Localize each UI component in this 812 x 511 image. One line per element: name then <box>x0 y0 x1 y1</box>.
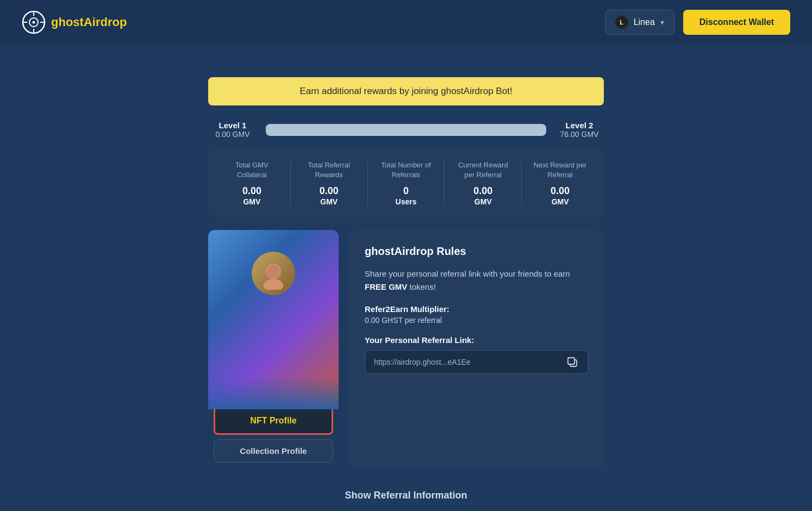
rules-desc-part2: tokens! <box>407 282 436 291</box>
level1-value: 0.00 GMV <box>208 130 257 139</box>
progress-bar-container <box>266 124 546 136</box>
level-progress: Level 1 0.00 GMV Level 2 76.00 GMV <box>208 121 604 139</box>
logo-airdrop: Airdrop <box>84 15 127 29</box>
stat-total-gmv-unit: GMV <box>218 197 286 206</box>
stat-current-reward-value: 0.00 <box>449 185 517 197</box>
nft-bottom: NFT Profile Collection Profile <box>208 407 339 463</box>
stat-next-reward-value: 0.00 <box>526 185 594 197</box>
stat-total-referrals: Total Number ofReferrals 0 Users <box>368 160 445 206</box>
rules-description: Share your personal referral link with y… <box>365 267 589 294</box>
rules-desc-part1: Share your personal referral link with y… <box>365 269 570 278</box>
stat-next-reward-unit: GMV <box>526 197 594 206</box>
rules-link-label: Your Personal Referral Link: <box>365 335 589 345</box>
stat-referral-rewards-label: Total ReferralRewards <box>295 160 363 180</box>
avatar-svg <box>257 257 290 290</box>
collection-profile-button[interactable]: Collection Profile <box>214 439 333 463</box>
logo-ghost: ghost <box>51 15 84 29</box>
banner: Earn additional rewards by joining ghost… <box>208 77 604 105</box>
rules-multiplier-label: Refer2Earn Multiplier: <box>365 304 589 314</box>
ghost-airdrop-logo-icon <box>22 10 46 34</box>
rules-title: ghostAirdrop Rules <box>365 245 589 258</box>
stat-next-reward: Next Reward perReferral 0.00 GMV <box>522 160 598 206</box>
stat-total-referrals-value: 0 <box>372 185 440 197</box>
nft-profile-button[interactable]: NFT Profile <box>214 407 333 435</box>
disconnect-wallet-button[interactable]: Disconnect Wallet <box>683 10 790 35</box>
rules-multiplier-value: 0.00 GHST per referral <box>365 316 589 325</box>
svg-rect-11 <box>568 358 574 364</box>
stat-total-gmv: Total GMVCollateral 0.00 GMV <box>214 160 290 206</box>
rules-desc-bold: FREE GMV <box>365 282 407 291</box>
referral-link-row <box>365 350 589 374</box>
stat-total-gmv-label: Total GMVCollateral <box>218 160 286 180</box>
show-referral-info[interactable]: Show Referral Information <box>208 481 604 510</box>
stat-total-gmv-value: 0.00 <box>218 185 286 197</box>
level2-label: Level 2 76.00 GMV <box>555 121 604 139</box>
stat-total-referrals-unit: Users <box>372 197 440 206</box>
network-label: Linea <box>634 17 655 27</box>
header-right: L Linea ▾ Disconnect Wallet <box>605 10 790 35</box>
nft-avatar <box>252 252 295 295</box>
stat-current-reward: Current Rewardper Referral 0.00 GMV <box>445 160 521 206</box>
svg-point-2 <box>33 21 35 24</box>
stats-card: Total GMVCollateral 0.00 GMV Total Refer… <box>208 149 604 217</box>
level1-label: Level 1 0.00 GMV <box>208 121 257 139</box>
svg-point-9 <box>267 265 280 278</box>
chevron-down-icon: ▾ <box>660 18 664 27</box>
svg-point-8 <box>264 279 283 290</box>
referral-link-input[interactable] <box>365 350 557 374</box>
logo-area: ghostAirdrop <box>22 10 127 34</box>
nft-gradient-overlay <box>208 377 339 409</box>
rules-card: ghostAirdrop Rules Share your personal r… <box>349 230 604 468</box>
stat-next-reward-label: Next Reward perReferral <box>526 160 594 180</box>
copy-referral-link-button[interactable] <box>557 350 589 374</box>
network-icon: L <box>615 16 628 29</box>
stat-referral-rewards: Total ReferralRewards 0.00 GMV <box>291 160 367 206</box>
stat-current-reward-unit: GMV <box>449 197 517 206</box>
nft-card: NFT Profile Collection Profile <box>208 230 339 468</box>
stat-referral-rewards-value: 0.00 <box>295 185 363 197</box>
network-selector[interactable]: L Linea ▾ <box>605 10 674 35</box>
lower-section: NFT Profile Collection Profile ghostAird… <box>208 230 604 468</box>
copy-icon <box>566 356 578 368</box>
level2-value: 76.00 GMV <box>555 130 604 139</box>
level2-name: Level 2 <box>555 121 604 130</box>
level1-name: Level 1 <box>208 121 257 130</box>
stat-total-referrals-label: Total Number ofReferrals <box>372 160 440 180</box>
stat-current-reward-label: Current Rewardper Referral <box>449 160 517 180</box>
logo-text: ghostAirdrop <box>51 15 127 29</box>
nft-background-image <box>208 230 339 409</box>
header: ghostAirdrop L Linea ▾ Disconnect Wallet <box>0 0 812 45</box>
stat-referral-rewards-unit: GMV <box>295 197 363 206</box>
main-content: Earn additional rewards by joining ghost… <box>199 77 613 510</box>
